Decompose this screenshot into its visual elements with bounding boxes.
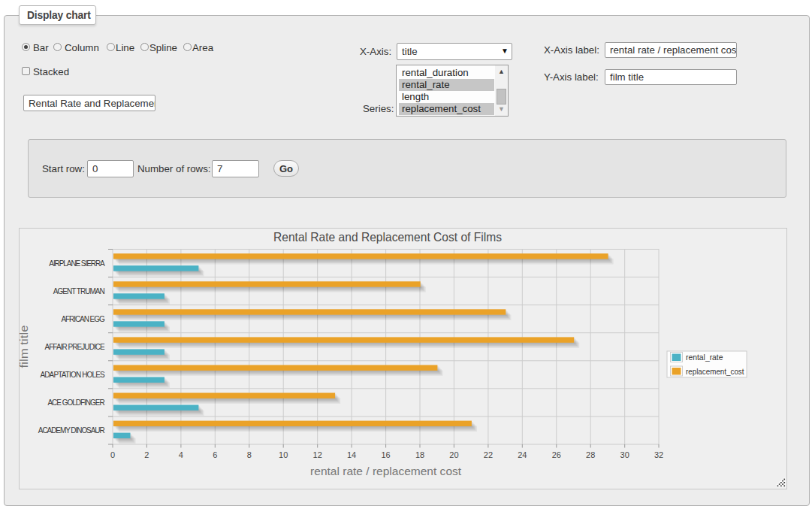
svg-text:AFFAIR PREJUDICE: AFFAIR PREJUDICE	[45, 343, 106, 351]
svg-text:replacement_cost: replacement_cost	[686, 367, 744, 376]
svg-text:AFRICAN EGG: AFRICAN EGG	[61, 315, 105, 323]
svg-text:rental_rate: rental_rate	[686, 353, 723, 362]
svg-text:26: 26	[552, 450, 561, 459]
svg-text:ACADEMY DINOSAUR: ACADEMY DINOSAUR	[38, 426, 105, 435]
svg-text:8: 8	[247, 450, 252, 459]
svg-text:4: 4	[179, 450, 183, 459]
svg-text:AGENT TRUMAN: AGENT TRUMAN	[53, 287, 105, 295]
svg-text:20: 20	[449, 450, 458, 459]
svg-text:14: 14	[347, 450, 356, 459]
svg-text:ACE GOLDFINGER: ACE GOLDFINGER	[47, 398, 104, 407]
svg-text:30: 30	[620, 450, 629, 459]
svg-text:6: 6	[213, 450, 217, 459]
svg-text:AIRPLANE SIERRA: AIRPLANE SIERRA	[49, 259, 105, 268]
svg-text:film title: film title	[19, 326, 30, 368]
svg-text:22: 22	[484, 450, 493, 459]
svg-text:2: 2	[144, 450, 149, 459]
svg-text:0: 0	[110, 450, 115, 459]
svg-text:Rental Rate and Replacement Co: Rental Rate and Replacement Cost of Film…	[273, 230, 502, 244]
svg-text:28: 28	[586, 450, 595, 459]
svg-text:ADAPTATION HOLES: ADAPTATION HOLES	[40, 371, 105, 379]
svg-text:10: 10	[279, 450, 288, 459]
svg-text:18: 18	[415, 450, 424, 459]
svg-text:24: 24	[518, 450, 527, 459]
svg-text:rental rate / replacement cost: rental rate / replacement cost	[310, 465, 461, 477]
svg-text:12: 12	[313, 450, 322, 459]
svg-text:32: 32	[654, 450, 663, 459]
svg-text:16: 16	[381, 450, 390, 459]
